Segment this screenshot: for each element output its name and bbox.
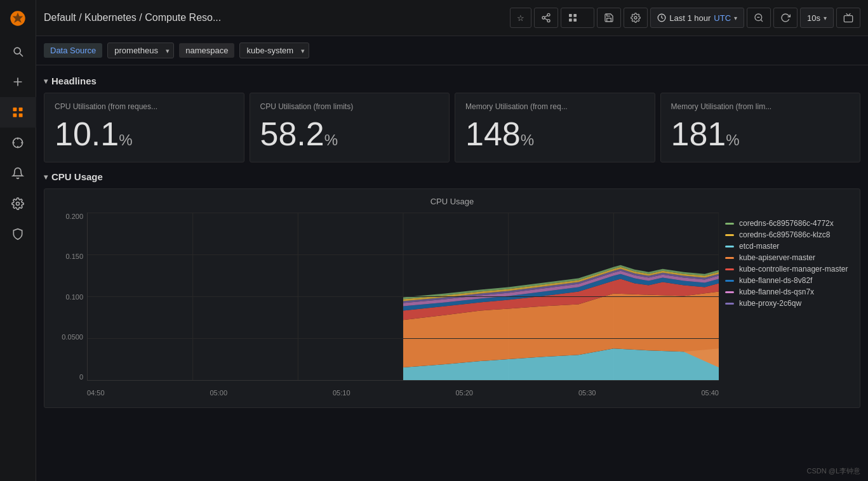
svg-point-16 — [634, 16, 637, 19]
legend-label-proxy: kube-proxy-2c6qw — [739, 299, 801, 308]
svg-line-19 — [761, 20, 763, 22]
tv-mode-button[interactable] — [836, 8, 860, 28]
legend-item-coredns1: coredns-6c8957686c-4772x — [725, 219, 852, 228]
svg-point-8 — [542, 16, 545, 19]
refresh-button[interactable] — [773, 8, 798, 28]
sidebar-item-search[interactable] — [0, 36, 36, 67]
time-range-button[interactable]: Last 1 hour UTC ▾ — [650, 8, 744, 28]
x-label-5: 05:40 — [701, 389, 719, 397]
grid-line-3 — [88, 338, 719, 339]
sidebar — [0, 0, 36, 481]
svg-rect-4 — [19, 114, 23, 117]
cpu-usage-title: CPU Usage — [51, 171, 103, 182]
legend-color-coredns2 — [725, 234, 734, 236]
zoom-out-button[interactable] — [747, 8, 771, 28]
dashboard-settings-button[interactable] — [624, 8, 648, 28]
svg-point-7 — [547, 13, 550, 16]
refresh-interval-button[interactable]: 10s ▾ — [800, 8, 834, 28]
watermark: CSDN @L李钟意 — [806, 466, 860, 476]
stat-card-cpu-requests: CPU Utilisation (from reques... 10.1% — [44, 93, 244, 162]
grid-line-1 — [88, 254, 719, 255]
topbar-actions: ☆ Last 1 hour UTC ▾ — [510, 8, 860, 28]
svg-rect-15 — [574, 18, 577, 22]
legend-color-etcd — [725, 246, 734, 247]
namespace-select-wrap: kube-system — [239, 43, 309, 58]
stat-cards-container: CPU Utilisation (from reques... 10.1% CP… — [44, 93, 860, 162]
namespace-select[interactable]: kube-system — [239, 43, 309, 58]
stat-card-mem-limits-value: 181% — [671, 117, 850, 150]
namespace-label: namespace — [179, 43, 234, 58]
grid-line-0 — [88, 213, 719, 213]
legend-color-flannel2 — [725, 291, 734, 293]
chart-legend: coredns-6c8957686c-4772x coredns-6c89576… — [725, 213, 852, 400]
x-axis: 04:50 05:00 05:10 05:20 05:30 05:40 — [87, 386, 719, 400]
stat-card-cpu-limits-title: CPU Utilisation (from limits) — [260, 102, 439, 111]
svg-line-10 — [545, 18, 548, 20]
main-content: Default / Kubernetes / Compute Reso... ☆… — [36, 0, 868, 481]
legend-label-etcd: etcd-master — [739, 242, 779, 251]
time-chevron-icon: ▾ — [734, 15, 737, 22]
svg-rect-13 — [574, 14, 577, 17]
sidebar-item-add[interactable] — [0, 67, 36, 97]
sidebar-item-shield[interactable] — [0, 219, 36, 249]
headlines-section-header[interactable]: ▾ Headlines — [44, 76, 860, 86]
cpu-usage-section-header[interactable]: ▾ CPU Usage — [44, 171, 860, 182]
sidebar-item-alerting[interactable] — [0, 158, 36, 188]
svg-rect-1 — [13, 108, 17, 112]
legend-item-coredns2: coredns-6c8957686c-klzc8 — [725, 230, 852, 239]
chart-title: CPU Usage — [52, 197, 852, 206]
sidebar-item-dashboards[interactable] — [0, 97, 36, 128]
breadcrumb: Default / Kubernetes / Compute Reso... — [44, 12, 505, 23]
x-label-2: 05:10 — [333, 389, 351, 397]
svg-line-11 — [545, 15, 548, 17]
cpu-usage-chevron-icon: ▾ — [44, 173, 48, 181]
refresh-chevron-icon: ▾ — [824, 15, 827, 22]
y-axis: 0.200 0.150 0.100 0.0500 0 — [52, 213, 87, 381]
legend-item-etcd: etcd-master — [725, 242, 852, 251]
legend-label-apiserver: kube-apiserver-master — [739, 253, 815, 262]
legend-label-flannel2: kube-flannel-ds-qsn7x — [739, 287, 814, 296]
refresh-interval-label: 10s — [807, 13, 820, 23]
share-button[interactable] — [534, 8, 558, 28]
chart-svg-container — [87, 213, 719, 381]
svg-point-6 — [17, 202, 20, 206]
grid-line-2 — [88, 296, 719, 297]
stat-card-mem-requests-value: 148% — [465, 117, 644, 150]
y-label-0: 0.200 — [52, 213, 83, 220]
cpu-usage-chart: CPU Usage 0.200 0.150 0.100 0.0500 0 — [44, 188, 860, 408]
chart-plot-area: 0.200 0.150 0.100 0.0500 0 — [52, 213, 719, 400]
svg-rect-14 — [569, 18, 572, 22]
legend-item-proxy: kube-proxy-2c6qw — [725, 299, 852, 308]
favorite-button[interactable]: ☆ — [510, 8, 531, 28]
stat-card-mem-limits-title: Memory Utilisation (from lim... — [671, 102, 850, 111]
stat-card-mem-limits: Memory Utilisation (from lim... 181% — [660, 93, 861, 162]
filters-bar: Data Source prometheus namespace kube-sy… — [36, 36, 868, 65]
svg-point-9 — [547, 20, 550, 22]
save-button[interactable] — [597, 8, 621, 28]
datasource-select-wrap: prometheus — [107, 43, 174, 58]
chart-body: 0.200 0.150 0.100 0.0500 0 — [52, 213, 852, 400]
y-label-4: 0 — [52, 373, 83, 381]
add-panel-button[interactable] — [561, 8, 594, 28]
stat-card-cpu-limits-value: 58.2% — [260, 117, 439, 150]
legend-label-coredns1: coredns-6c8957686c-4772x — [739, 219, 834, 228]
legend-color-coredns1 — [725, 223, 734, 225]
legend-label-coredns2: coredns-6c8957686c-klzc8 — [739, 230, 830, 239]
logo[interactable] — [0, 0, 36, 36]
y-label-3: 0.0500 — [52, 333, 83, 341]
svg-rect-2 — [19, 108, 23, 112]
legend-color-flannel1 — [725, 280, 734, 282]
x-label-4: 05:30 — [578, 389, 596, 397]
legend-item-controller: kube-controller-manager-master — [725, 265, 852, 273]
sidebar-item-explore[interactable] — [0, 128, 36, 158]
stat-card-cpu-requests-title: CPU Utilisation (from reques... — [55, 102, 234, 111]
time-range-label: Last 1 hour — [669, 13, 711, 23]
svg-rect-12 — [569, 14, 572, 17]
topbar: Default / Kubernetes / Compute Reso... ☆… — [36, 0, 868, 36]
datasource-select[interactable]: prometheus — [107, 43, 174, 58]
sidebar-item-settings[interactable] — [0, 188, 36, 219]
timezone-label: UTC — [714, 13, 731, 23]
stat-card-cpu-limits: CPU Utilisation (from limits) 58.2% — [250, 93, 450, 162]
legend-color-apiserver — [725, 257, 734, 259]
legend-label-controller: kube-controller-manager-master — [739, 265, 848, 273]
